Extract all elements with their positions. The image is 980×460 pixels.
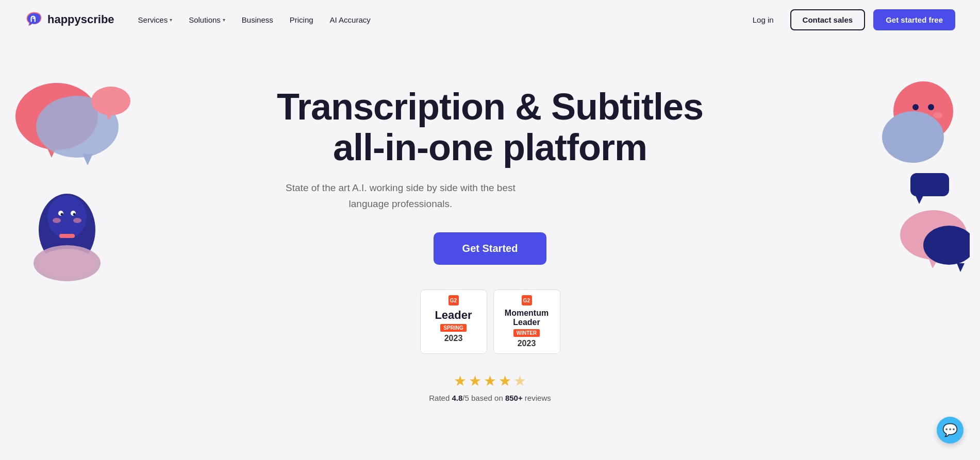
rating-value: 4.8 [452,394,462,402]
right-illustration-svg [825,70,970,286]
logo-text: happyscribe [47,13,114,26]
svg-point-12 [53,218,61,223]
services-chevron-icon: ▾ [170,17,172,23]
svg-rect-14 [59,234,75,238]
svg-point-4 [91,87,130,115]
badge2-header: G2 [503,295,551,305]
nav-links: Services ▾ Solutions ▾ Business Pricing … [131,11,378,28]
login-button[interactable]: Log in [744,11,782,28]
hero-section: Transcription & Subtitles all-in-one pla… [0,39,980,460]
badge1-title: Leader [430,309,477,322]
hero-subtitle: State of the art A.I. working side by si… [277,180,524,212]
svg-point-11 [73,213,76,216]
svg-marker-3 [82,154,93,165]
svg-point-19 [928,104,934,110]
services-label: Services [138,15,168,24]
svg-point-10 [61,213,63,216]
star-2: ★ [469,372,481,389]
svg-point-21 [933,112,942,118]
hero-title: Transcription & Subtitles all-in-one pla… [277,87,703,168]
badge1-header: G2 [430,295,477,305]
pricing-label: Pricing [290,15,313,24]
g2-logo-1: G2 [449,295,459,305]
rating-text: Rated 4.8/5 based on 850+ reviews [429,394,551,402]
nav-business[interactable]: Business [235,11,280,28]
svg-rect-25 [910,173,949,196]
hero-get-started-button[interactable]: Get Started [434,232,547,265]
g2-logo-2: G2 [522,295,532,305]
badge2-season: WINTER [513,329,540,337]
svg-point-18 [912,104,919,110]
illustration-right [825,70,970,288]
ai-accuracy-label: AI Accuracy [330,15,371,24]
svg-point-13 [73,218,81,223]
nav-pricing[interactable]: Pricing [283,11,321,28]
illustration-left [10,70,155,288]
solutions-chevron-icon: ▾ [223,17,225,23]
logo-link[interactable]: happyscribe [25,10,114,29]
business-label: Business [242,15,273,24]
rating-section: ★ ★ ★ ★ ★ Rated 4.8/5 based on 850+ revi… [277,372,703,402]
badge2-title: Momentum Leader [503,309,551,327]
g2-momentum-badge: G2 Momentum Leader WINTER 2023 [493,289,560,354]
navbar: happyscribe Services ▾ Solutions ▾ Busin… [0,0,980,39]
svg-point-24 [882,111,944,163]
left-illustration-svg [10,70,155,286]
star-rating: ★ ★ ★ ★ ★ [454,372,526,389]
nav-solutions[interactable]: Solutions ▾ [181,11,232,28]
nav-services[interactable]: Services ▾ [131,11,180,28]
g2-leader-badge: G2 Leader SPRING 2023 [420,289,487,354]
rating-count: 850+ [505,394,523,402]
svg-marker-26 [916,196,923,204]
nav-left: happyscribe Services ▾ Solutions ▾ Busin… [25,10,378,29]
hero-content: Transcription & Subtitles all-in-one pla… [277,87,703,402]
badge1-year: 2023 [430,334,477,343]
badge2-year: 2023 [503,339,551,348]
star-3: ★ [484,372,496,389]
chat-icon: 💬 [942,423,958,437]
logo-icon [25,10,43,29]
get-started-free-button[interactable]: Get started free [873,9,955,30]
svg-point-16 [39,249,95,278]
g2-badges: G2 Leader SPRING 2023 G2 Momentum Leader… [277,289,703,354]
nav-right: Log in Contact sales Get started free [744,9,955,30]
badge1-season: SPRING [440,324,466,332]
svg-point-7 [47,195,87,238]
solutions-label: Solutions [189,15,221,24]
chat-support-button[interactable]: 💬 [937,417,964,444]
svg-marker-30 [957,263,965,272]
contact-sales-button[interactable]: Contact sales [790,9,866,30]
star-1: ★ [454,372,467,389]
star-5-half: ★ [513,372,526,389]
star-4: ★ [499,372,511,389]
nav-ai-accuracy[interactable]: AI Accuracy [323,11,378,28]
